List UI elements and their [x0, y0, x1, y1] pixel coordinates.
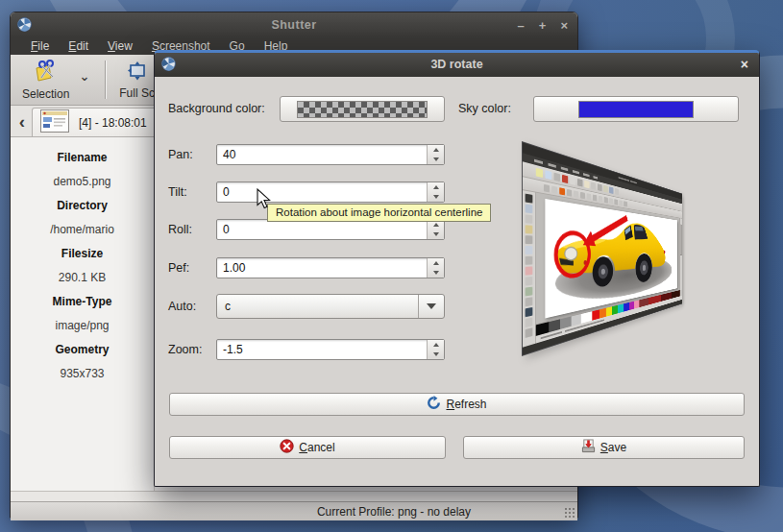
menu-edit[interactable]: Edit — [60, 37, 97, 55]
session-thumbnail — [40, 109, 69, 136]
minimize-button[interactable]: – — [518, 19, 525, 32]
3d-preview-image — [522, 141, 682, 356]
file-info-label: Filename — [11, 146, 154, 170]
pan-spinbox — [216, 144, 445, 165]
auto-combobox[interactable]: c — [216, 294, 445, 319]
resize-grip[interactable] — [564, 507, 575, 518]
dialog-title: 3D rotate — [155, 53, 759, 77]
file-info-value: 935x733 — [11, 362, 154, 386]
file-info-value: demo5.png — [11, 170, 154, 194]
toolbar-separator — [105, 60, 106, 99]
close-button[interactable]: × — [560, 19, 568, 32]
roll-spin-down[interactable] — [428, 230, 444, 239]
selection-tool-button[interactable]: Selection ⌄ — [18, 58, 95, 103]
roll-input[interactable] — [217, 220, 444, 239]
file-info-label: Filesize — [11, 242, 154, 266]
cancel-icon — [280, 439, 294, 456]
pef-spin-up[interactable] — [428, 258, 444, 268]
roll-spinbox — [216, 219, 445, 240]
tilt-spin-up[interactable] — [428, 182, 444, 192]
zoom-label: Zoom: — [168, 339, 202, 360]
tilt-spinbox — [216, 181, 445, 203]
auto-combobox-value: c — [225, 295, 231, 318]
session-tab-label: [4] - 18:08:01 — [79, 116, 147, 130]
zoom-input[interactable] — [217, 340, 444, 359]
desktop: Shutter – + × File Edit View Screenshot … — [0, 0, 783, 532]
dialog-close-icon[interactable]: × — [741, 53, 748, 77]
zoom-spin-up[interactable] — [428, 340, 444, 350]
refresh-button[interactable]: Refresh — [169, 393, 745, 416]
save-button-label: Save — [600, 441, 626, 454]
background-color-button[interactable] — [280, 96, 445, 122]
background-color-label: Background color: — [168, 96, 265, 122]
tilt-input[interactable] — [217, 182, 444, 202]
mouse-cursor — [255, 188, 274, 213]
auto-label: Auto: — [168, 294, 196, 319]
window-title: Shutter — [11, 12, 577, 37]
fullscreen-icon — [127, 60, 148, 85]
menu-file[interactable]: File — [22, 37, 58, 55]
content-bottom-strip — [11, 491, 577, 501]
selection-icon — [34, 60, 59, 86]
save-button[interactable]: Save — [463, 436, 745, 459]
save-icon — [581, 439, 596, 456]
maximize-button[interactable]: + — [539, 19, 547, 32]
pan-input[interactable] — [217, 145, 444, 164]
pan-spin-up[interactable] — [428, 145, 444, 155]
menu-view[interactable]: View — [99, 37, 141, 55]
roll-label: Roll: — [168, 219, 192, 240]
sky-color-swatch — [578, 101, 694, 118]
file-info-label: Geometry — [11, 338, 154, 362]
statusbar: Current Profile: png - no delay — [11, 501, 577, 520]
pef-input[interactable] — [217, 258, 444, 278]
tilt-label: Tilt: — [168, 181, 187, 203]
pan-spin-down[interactable] — [428, 155, 444, 164]
dialog-titlebar[interactable]: 3D rotate × — [155, 53, 759, 77]
pef-spinbox — [216, 257, 445, 278]
file-info-value: image/png — [11, 314, 154, 338]
file-info-label: Directory — [11, 194, 154, 218]
sky-color-label: Sky color: — [458, 96, 511, 122]
zoom-spin-down[interactable] — [428, 350, 444, 359]
file-info-value: /home/mario — [11, 218, 154, 242]
tooltip-text: Rotation about image horizontal centerli… — [276, 206, 482, 218]
selection-chevron-down-icon[interactable]: ⌄ — [73, 69, 95, 84]
file-info-label: Mime-Type — [11, 290, 154, 314]
file-info-sidebar: Filename demo5.png Directory /home/mario… — [11, 137, 155, 491]
fullscreen-tool-label: Full Sc — [119, 86, 155, 100]
sky-color-button[interactable] — [533, 96, 739, 122]
tilt-spin-down[interactable] — [428, 192, 444, 202]
back-chevron-icon[interactable]: ‹ — [12, 108, 32, 136]
cancel-button-label: Cancel — [299, 441, 334, 454]
refresh-icon — [427, 396, 441, 413]
pef-label: Pef: — [168, 257, 189, 278]
main-titlebar[interactable]: Shutter – + × — [11, 12, 577, 37]
pan-label: Pan: — [168, 144, 193, 165]
cancel-button[interactable]: Cancel — [169, 436, 446, 459]
3d-rotate-dialog: 3D rotate × Background color: Sky color:… — [154, 50, 760, 487]
fullscreen-tool-button[interactable]: Full Sc — [115, 59, 159, 102]
refresh-button-label: Refresh — [446, 398, 486, 411]
zoom-spinbox — [216, 339, 445, 360]
file-info-value: 290.1 KB — [11, 266, 154, 290]
auto-combobox-chevron-icon[interactable] — [418, 295, 444, 318]
pef-spin-down[interactable] — [428, 268, 444, 278]
background-color-swatch — [297, 101, 428, 118]
statusbar-text: Current Profile: png - no delay — [317, 505, 471, 519]
selection-tool-label: Selection — [22, 87, 69, 101]
tooltip: Rotation about image horizontal centerli… — [267, 204, 491, 222]
